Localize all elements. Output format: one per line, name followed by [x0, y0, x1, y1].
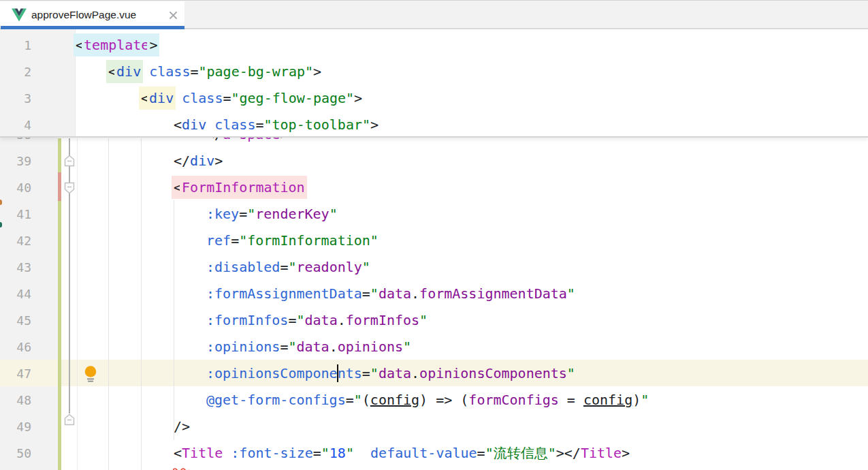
code-token: ( — [460, 392, 468, 408]
code-line[interactable]: 38</a-space> — [0, 138, 868, 148]
code-token: FormInformation — [180, 176, 307, 199]
code-token: " — [419, 312, 428, 328]
line-number[interactable]: 3 — [0, 85, 31, 112]
fold-start-icon[interactable] — [64, 182, 75, 194]
line-number[interactable]: 43 — [0, 254, 31, 281]
code-token: = — [223, 90, 231, 106]
code-token: = — [239, 206, 247, 222]
code-text[interactable]: <div class="top-toolbar"> — [174, 112, 379, 138]
fold-end-icon[interactable] — [64, 155, 75, 167]
code-token: . — [329, 339, 338, 355]
line-number[interactable]: 47 — [0, 360, 31, 387]
code-token: " — [641, 392, 649, 408]
code-text[interactable]: :opinionsComponents="data.opinionsCompon… — [206, 360, 575, 387]
code-token: < — [174, 116, 182, 133]
line-number[interactable]: 49 — [0, 413, 31, 440]
code-token: class — [214, 116, 255, 133]
line-number[interactable]: 44 — [0, 281, 31, 307]
code-text[interactable]: /> — [174, 413, 190, 440]
code-line[interactable]: 41:key="renderKey" — [0, 201, 868, 228]
code-token: > — [556, 445, 564, 461]
code-token: data — [305, 312, 338, 328]
code-text[interactable]: :opinions="data.opinions" — [206, 334, 411, 360]
code-line[interactable]: 3<div class="geg-flow-page"> — [0, 85, 868, 112]
code-token: < — [174, 445, 182, 461]
close-icon[interactable] — [167, 10, 179, 21]
line-number[interactable]: 46 — [0, 334, 31, 360]
code-line[interactable]: 50<Title :font-size="18" default-value="… — [0, 440, 868, 467]
code-token: " — [247, 206, 255, 222]
intention-bulb-icon[interactable] — [84, 365, 97, 383]
code-token: " — [362, 259, 370, 275]
code-token: " — [288, 259, 296, 275]
line-number[interactable]: 41 — [0, 201, 31, 228]
code-text[interactable]: @get-form-configs="(config) => (formConf… — [206, 387, 649, 413]
code-line[interactable]: 39</div> — [0, 148, 868, 174]
code-line[interactable]: 1<template> — [0, 32, 868, 59]
vue-logo-icon — [12, 8, 27, 22]
code-token: Title — [182, 445, 223, 461]
code-token: data — [296, 339, 329, 355]
code-line[interactable]: 42ref="formInformation" — [0, 228, 868, 254]
code-line[interactable]: 46:opinions="data.opinions" — [0, 334, 868, 360]
code-token: renderKey — [255, 206, 329, 222]
code-line[interactable]: 4<div class="top-toolbar"> — [0, 112, 868, 138]
code-text[interactable]: ref="formInformation" — [206, 228, 379, 254]
code-token: readonly — [296, 259, 361, 275]
line-number[interactable]: 50 — [0, 440, 31, 467]
code-line[interactable]: 49/> — [0, 413, 868, 440]
code-token: :formInfos — [206, 312, 288, 328]
code-line[interactable]: 43:disabled="readonly" — [0, 254, 868, 281]
code-token: config — [370, 392, 419, 408]
code-token: :formAssignmentData — [206, 285, 362, 302]
ide-editor-window: approveFlowPage.vue 38</a-space>39</div>… — [0, 0, 868, 470]
code-area[interactable]: 38</a-space>39</div>40<FormInformation41… — [0, 138, 868, 470]
code-token: "top-toolbar" — [263, 116, 370, 133]
fold-end-icon[interactable] — [64, 413, 75, 426]
sticky-lines-panel: 1<template>2<div class="page-bg-wrap">3<… — [0, 29, 868, 138]
code-token: = — [362, 365, 370, 381]
code-line[interactable]: 44:formAssignmentData="data.formAssignme… — [0, 281, 868, 307]
line-number[interactable]: 2 — [0, 59, 31, 85]
code-text[interactable]: <template> — [76, 32, 157, 59]
code-token: ref — [206, 232, 231, 249]
editor-tab-bar: approveFlowPage.vue — [0, 0, 868, 29]
code-text[interactable]: <Title :font-size="18" default-value="流转… — [174, 440, 630, 467]
code-token: opinions — [338, 339, 403, 355]
code-token — [141, 63, 149, 80]
code-text[interactable]: :formInfos="data.formInfos" — [206, 307, 428, 334]
line-number[interactable]: 4 — [0, 112, 31, 138]
code-text[interactable]: :formAssignmentData="data.formAssignment… — [206, 281, 575, 307]
code-token: > — [354, 90, 362, 106]
code-token — [174, 90, 182, 106]
code-token: div — [182, 116, 206, 133]
code-line[interactable]: 2<div class="page-bg-wrap"> — [0, 59, 868, 85]
code-text[interactable]: <FormInformation — [174, 174, 305, 201]
code-token: a-space — [223, 138, 280, 142]
code-line[interactable]: 40<FormInformation — [0, 174, 868, 201]
code-text[interactable]: <div class="page-bg-wrap"> — [108, 59, 321, 85]
code-line[interactable]: 48@get-form-configs="(config) => (formCo… — [0, 387, 868, 413]
code-line[interactable]: 47:opinionsComponents="data.opinionsComp… — [0, 360, 868, 387]
line-number[interactable]: 48 — [0, 387, 31, 413]
code-text[interactable]: :key="renderKey" — [206, 201, 338, 228]
code-token: " — [403, 339, 411, 355]
code-token: @get-form-configs — [206, 392, 346, 408]
code-token: div — [147, 87, 176, 110]
code-text[interactable]: :disabled="readonly" — [206, 254, 370, 281]
line-number[interactable]: 40 — [0, 174, 31, 201]
code-token: data — [379, 285, 411, 302]
line-number[interactable]: 38 — [0, 138, 31, 148]
code-text[interactable]: </a-space> — [206, 138, 288, 148]
line-number[interactable]: 1 — [0, 32, 31, 59]
line-number[interactable]: 42 — [0, 228, 31, 254]
line-number[interactable]: 45 — [0, 307, 31, 334]
code-text[interactable]: <div class="geg-flow-page"> — [141, 85, 362, 112]
code-token: </ — [174, 153, 190, 169]
code-text[interactable]: </div> — [174, 148, 223, 174]
code-token: = — [190, 63, 198, 80]
tab-approveflowpage[interactable]: approveFlowPage.vue — [0, 1, 184, 28]
code-token: . — [411, 285, 419, 302]
code-line[interactable]: 45:formInfos="data.formInfos" — [0, 307, 868, 334]
line-number[interactable]: 39 — [0, 148, 31, 174]
